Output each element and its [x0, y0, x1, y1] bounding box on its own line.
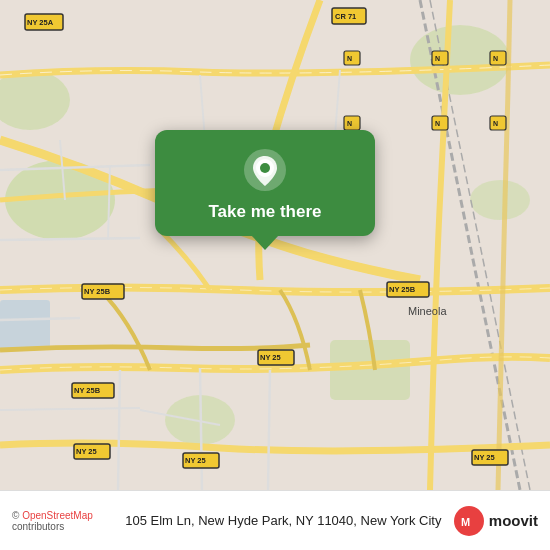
svg-text:N: N: [347, 120, 352, 127]
svg-text:Mineola: Mineola: [408, 305, 447, 317]
svg-text:N: N: [435, 55, 440, 62]
svg-text:N: N: [435, 120, 440, 127]
svg-text:NY 25: NY 25: [185, 456, 206, 465]
svg-text:NY 25: NY 25: [76, 447, 97, 456]
popup-card[interactable]: Take me there: [155, 130, 375, 236]
svg-text:NY 25B: NY 25B: [389, 285, 416, 294]
address-text: 105 Elm Ln, New Hyde Park, NY 11040, New…: [121, 513, 453, 528]
openstreetmap-link[interactable]: OpenStreetMap: [22, 510, 93, 521]
svg-text:N: N: [493, 55, 498, 62]
svg-text:NY 25: NY 25: [474, 453, 495, 462]
svg-text:N: N: [347, 55, 352, 62]
moovit-icon: M: [453, 505, 485, 537]
svg-text:NY 25: NY 25: [260, 353, 281, 362]
bottom-bar: © OpenStreetMap © OpenStreetMap contribu…: [0, 490, 550, 550]
svg-text:CR 71: CR 71: [335, 12, 356, 21]
attribution: © OpenStreetMap © OpenStreetMap contribu…: [12, 510, 121, 532]
copyright-symbol: ©: [12, 510, 19, 521]
moovit-logo: M moovit: [453, 505, 538, 537]
moovit-text: moovit: [489, 512, 538, 529]
svg-point-55: [260, 163, 270, 173]
svg-text:NY 25B: NY 25B: [84, 287, 111, 296]
popup-label: Take me there: [208, 202, 321, 222]
svg-text:M: M: [461, 516, 470, 528]
contributors-label: contributors: [12, 521, 64, 532]
map-container: Mineola NY 25A CR 71 N N N N N N NY 25B …: [0, 0, 550, 490]
svg-text:NY 25A: NY 25A: [27, 18, 54, 27]
svg-text:NY 25B: NY 25B: [74, 386, 101, 395]
location-pin-icon: [243, 148, 287, 192]
svg-point-6: [470, 180, 530, 220]
svg-rect-7: [0, 300, 50, 350]
svg-text:N: N: [493, 120, 498, 127]
